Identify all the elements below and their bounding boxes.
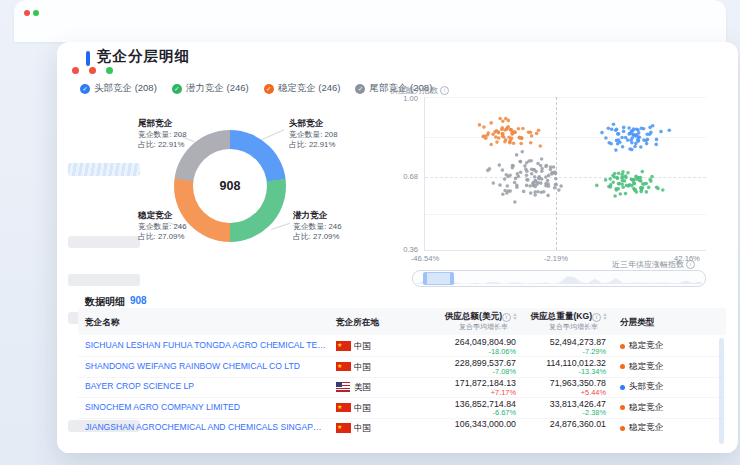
scatter-point[interactable] xyxy=(630,136,634,140)
scatter-point[interactable] xyxy=(501,119,505,123)
scatter-point[interactable] xyxy=(500,128,504,132)
scatter-point[interactable] xyxy=(526,178,530,182)
scatter-point[interactable] xyxy=(634,134,638,138)
scatter-point[interactable] xyxy=(661,188,665,192)
scatter-point[interactable] xyxy=(650,175,654,179)
scatter-point[interactable] xyxy=(616,132,620,136)
scatter-point[interactable] xyxy=(501,168,505,172)
scatter-point[interactable] xyxy=(614,187,618,191)
scatter-point[interactable] xyxy=(645,142,649,146)
scatter-point[interactable] xyxy=(609,142,613,146)
scatter-point[interactable] xyxy=(637,131,641,135)
scatter-point[interactable] xyxy=(647,186,651,190)
scatter-point[interactable] xyxy=(529,191,533,195)
scatter-point[interactable] xyxy=(654,143,658,147)
company-link[interactable]: JIANGSHAN AGROCHEMICAL AND CHEMICALS SIN… xyxy=(85,422,327,432)
scatter-point[interactable] xyxy=(559,184,563,188)
scatter-point[interactable] xyxy=(535,182,539,186)
scatter-point[interactable] xyxy=(611,174,615,178)
scatter-point[interactable] xyxy=(507,125,511,129)
scatter-point[interactable] xyxy=(621,145,625,149)
scatter-point[interactable] xyxy=(617,138,621,142)
table-row[interactable]: BAYER CROP SCIENCE LP美国171,872,184.13+7.… xyxy=(78,377,726,398)
scatter-point[interactable] xyxy=(489,143,493,147)
scatter-point[interactable] xyxy=(544,175,548,179)
scatter-point[interactable] xyxy=(655,186,659,190)
scatter-point[interactable] xyxy=(478,123,482,127)
scatter-point[interactable] xyxy=(627,126,631,130)
scatter-point[interactable] xyxy=(530,172,534,176)
scatter-point[interactable] xyxy=(641,182,645,186)
scatter-point[interactable] xyxy=(614,148,618,152)
scatter-plot[interactable] xyxy=(425,97,706,250)
scatter-point[interactable] xyxy=(668,128,672,132)
scatter-point[interactable] xyxy=(630,178,634,182)
scatter-point[interactable] xyxy=(626,171,630,175)
scatter-point[interactable] xyxy=(492,181,496,185)
scatter-point[interactable] xyxy=(630,148,634,152)
scatter-point[interactable] xyxy=(550,172,554,176)
legend-item[interactable]: ✓头部竞企 (208) xyxy=(80,82,157,95)
window-maximize-icon[interactable] xyxy=(106,67,113,74)
scatter-point[interactable] xyxy=(552,165,556,169)
scatter-point[interactable] xyxy=(529,159,533,163)
scatter-point[interactable] xyxy=(604,178,608,182)
scatter-point[interactable] xyxy=(519,171,523,175)
scatter-point[interactable] xyxy=(645,190,649,194)
scatter-point[interactable] xyxy=(639,190,643,194)
col-header-type[interactable]: 分层类型 xyxy=(620,317,654,329)
scatter-point[interactable] xyxy=(636,138,640,142)
scatter-point[interactable] xyxy=(495,140,499,144)
slider-selection[interactable] xyxy=(424,272,453,285)
scatter-point[interactable] xyxy=(554,177,558,181)
table-row[interactable]: JIANGSHAN AGROCHEMICAL AND CHEMICALS SIN… xyxy=(78,418,726,438)
scatter-point[interactable] xyxy=(610,128,614,132)
scatter-point[interactable] xyxy=(513,130,517,134)
scatter-point[interactable] xyxy=(498,117,502,121)
scatter-point[interactable] xyxy=(615,128,619,132)
scatter-point[interactable] xyxy=(554,183,558,187)
scatter-point[interactable] xyxy=(616,142,620,146)
scatter-point[interactable] xyxy=(617,172,621,176)
scatter-point[interactable] xyxy=(513,181,517,185)
scatter-point[interactable] xyxy=(507,119,511,123)
scatter-point[interactable] xyxy=(523,164,527,168)
scatter-point[interactable] xyxy=(482,125,486,129)
scatter-point[interactable] xyxy=(501,192,505,196)
scatter-point[interactable] xyxy=(624,192,628,196)
scatter-point[interactable] xyxy=(494,135,498,139)
scatter-point[interactable] xyxy=(645,182,649,186)
scatter-point[interactable] xyxy=(533,175,537,179)
scatter-point[interactable] xyxy=(511,166,515,170)
scatter-point[interactable] xyxy=(622,130,626,134)
scatter-point[interactable] xyxy=(515,186,519,190)
scatter-point[interactable] xyxy=(510,136,514,140)
scatter-point[interactable] xyxy=(624,136,628,140)
scatter-point[interactable] xyxy=(536,190,540,194)
scatter-point[interactable] xyxy=(505,173,509,177)
scatter-point[interactable] xyxy=(655,138,659,142)
scatter-point[interactable] xyxy=(549,168,553,172)
scatter-point[interactable] xyxy=(607,126,611,130)
scatter-point[interactable] xyxy=(503,189,507,193)
scatter-point[interactable] xyxy=(531,181,535,185)
sidebar-item[interactable] xyxy=(68,274,140,286)
scatter-point[interactable] xyxy=(516,172,520,176)
scatter-point[interactable] xyxy=(525,184,529,188)
scatter-point[interactable] xyxy=(623,179,627,183)
scatter-point[interactable] xyxy=(488,167,492,171)
scatter-point[interactable] xyxy=(641,170,645,174)
scatter-point[interactable] xyxy=(502,135,506,139)
table-row[interactable]: SHANDONG WEIFANG RAINBOW CHEMICAL CO LTD… xyxy=(78,357,726,378)
info-icon[interactable]: i xyxy=(686,260,695,269)
scatter-point[interactable] xyxy=(489,121,493,125)
scatter-point[interactable] xyxy=(649,131,653,135)
scatter-point[interactable] xyxy=(616,177,620,181)
scatter-point[interactable] xyxy=(630,141,634,145)
scatter-point[interactable] xyxy=(519,142,523,146)
scatter-point[interactable] xyxy=(546,194,550,198)
scatter-point[interactable] xyxy=(633,145,637,149)
scatter-point[interactable] xyxy=(620,176,624,180)
scatter-point[interactable] xyxy=(611,180,615,184)
company-link[interactable]: SICHUAN LESHAN FUHUA TONGDA AGRO CHEMICA… xyxy=(85,340,327,350)
